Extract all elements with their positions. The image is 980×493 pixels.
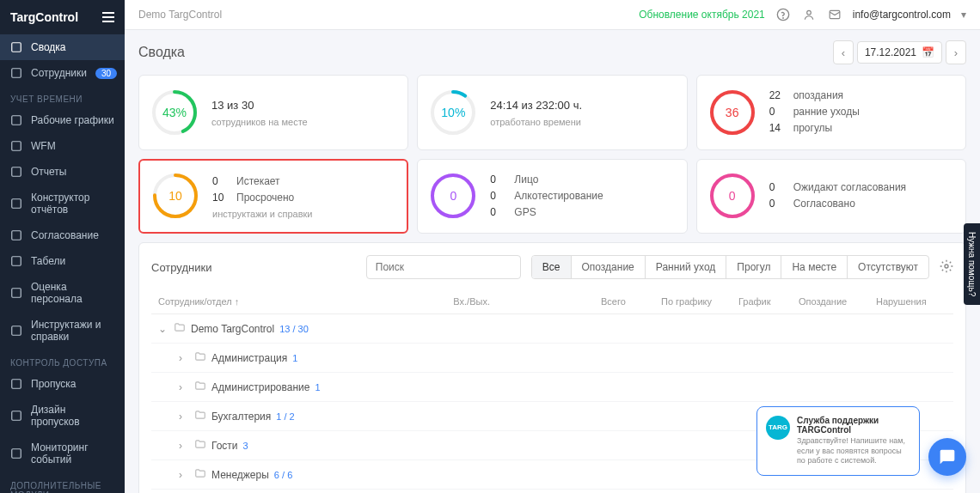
stat-label: опоздания: [793, 88, 843, 104]
svg-point-20: [806, 10, 811, 15]
filter-tab-Ранний уход[interactable]: Ранний уход: [646, 256, 727, 278]
chevron-down-icon[interactable]: ▾: [961, 9, 966, 21]
filter-tab-Опоздание[interactable]: Опоздание: [572, 256, 646, 278]
user-icon[interactable]: [801, 7, 817, 22]
progress-ring: 10%: [430, 89, 476, 136]
chat-button[interactable]: [928, 438, 966, 476]
summary-card[interactable]: 00Лицо0Алкотестирование0GPS: [417, 159, 687, 234]
tree-count: 1 / 2: [276, 411, 294, 422]
col-employee[interactable]: Сотрудник/отдел ↑: [151, 296, 453, 307]
tree-toggle-icon[interactable]: ›: [179, 411, 189, 423]
nav-label: WFM: [31, 140, 56, 152]
summary-card[interactable]: 43%13 из 30сотрудников на месте: [138, 75, 408, 150]
ring-value: 10: [152, 173, 199, 219]
settings-icon[interactable]: [940, 259, 953, 276]
svg-rect-6: [12, 231, 21, 240]
tree-toggle-icon[interactable]: ›: [179, 440, 189, 452]
stat-number: 0: [769, 180, 787, 196]
chat-popup[interactable]: TARG Служба поддержки TARGControl Здравс…: [756, 406, 920, 476]
summary-card[interactable]: 10%24:14 из 232:00 ч.отработано времени: [417, 75, 687, 150]
sidebar-item-Сводка[interactable]: Сводка: [0, 34, 125, 60]
gauge-icon: [10, 41, 22, 53]
sidebar-item-Сотрудники[interactable]: Сотрудники30: [0, 60, 125, 86]
stat-label: 13 из 30: [211, 97, 254, 115]
sidebar-item-WFM[interactable]: WFM: [0, 133, 125, 159]
tree-label: Администрирование: [211, 381, 309, 393]
tree-label: Менеджеры: [211, 469, 269, 481]
card-subtitle: отработано времени: [490, 117, 674, 127]
summary-card[interactable]: 3622опоздания0ранние уходы14прогулы: [696, 75, 966, 150]
filter-tab-Отсутствуют[interactable]: Отсутствуют: [848, 256, 928, 278]
nav-label: Рабочие графики: [31, 114, 114, 126]
filter-tab-На месте[interactable]: На месте: [781, 256, 848, 278]
svg-rect-7: [12, 257, 21, 266]
menu-toggle-icon[interactable]: [102, 12, 114, 22]
sidebar-item-Мониторинг событий[interactable]: Мониторинг событий: [0, 435, 125, 472]
sidebar-item-Инструктажи и справки[interactable]: Инструктажи и справки: [0, 312, 125, 350]
sidebar-item-Табели[interactable]: Табели: [0, 248, 125, 274]
users-icon: [10, 67, 22, 79]
stat-number: 22: [769, 88, 787, 104]
nav-label: Мониторинг событий: [31, 441, 114, 466]
tree-row[interactable]: ›Производство2 / 3: [151, 490, 953, 493]
stat-label: Лицо: [514, 172, 538, 188]
col-violations: Нарушения: [876, 296, 953, 307]
stat-label: прогулы: [793, 120, 833, 137]
tree-label: Гости: [211, 440, 238, 452]
user-email[interactable]: info@targcontrol.com: [853, 9, 951, 21]
mail-icon: [827, 7, 842, 22]
svg-rect-11: [12, 411, 21, 421]
sidebar-item-Отчеты[interactable]: Отчеты: [0, 159, 125, 185]
nav-label: Табели: [31, 255, 65, 267]
help-tab[interactable]: Нужна помощь?: [964, 223, 980, 305]
nav-label: Сотрудники: [31, 67, 87, 79]
sidebar-item-Дизайн пропусков[interactable]: Дизайн пропусков: [0, 397, 125, 435]
stat-label: Согласовано: [793, 196, 855, 212]
date-prev-button[interactable]: ‹: [833, 40, 854, 64]
tree-toggle-icon[interactable]: ⌄: [158, 323, 168, 335]
progress-ring: 0: [430, 173, 476, 219]
tree-toggle-icon[interactable]: ›: [179, 352, 189, 364]
stat-number: 0: [490, 172, 507, 188]
filter-tab-Все[interactable]: Все: [532, 256, 572, 278]
filter-tab-Прогул[interactable]: Прогул: [726, 256, 781, 278]
svg-rect-12: [12, 449, 21, 459]
sidebar-item-Согласование[interactable]: Согласование: [0, 222, 125, 248]
stat-label: Истекает: [236, 173, 280, 190]
summary-card[interactable]: 100Истекает10Просроченоинструктажи и спр…: [138, 159, 408, 234]
page-title: Сводка: [138, 45, 185, 60]
sidebar-item-Пропуска[interactable]: Пропуска: [0, 371, 125, 397]
sidebar-item-Рабочие графики[interactable]: Рабочие графики: [0, 107, 125, 133]
stat-number: 0: [769, 104, 787, 120]
stat-label: 24:14 из 232:00 ч.: [490, 97, 582, 115]
col-inout: Вх./Вых.: [453, 296, 601, 307]
date-next-button[interactable]: ›: [946, 40, 966, 64]
tree-row[interactable]: ›Администрация1: [151, 344, 953, 373]
stat-number: 0: [490, 188, 507, 204]
sidebar-item-Оценка персонала[interactable]: Оценка персонала: [0, 274, 125, 312]
stat-label: GPS: [514, 204, 536, 221]
tree-toggle-icon[interactable]: ›: [179, 469, 189, 481]
tree-row[interactable]: ⌄Demo TargControl13 / 30: [151, 314, 953, 344]
date-display[interactable]: 17.12.2021 📅: [857, 41, 942, 64]
stat-number: 10: [212, 190, 230, 206]
update-notice[interactable]: Обновление октябрь 2021: [639, 9, 765, 21]
summary-card[interactable]: 00Ожидают согласования0Согласовано: [696, 159, 966, 234]
tree-count: 1: [292, 353, 297, 363]
tree-count: 6 / 6: [274, 470, 292, 480]
tree-row[interactable]: ›Администрирование1: [151, 373, 953, 402]
tree-toggle-icon[interactable]: ›: [179, 381, 189, 393]
nav-label: Конструктор отчётов: [31, 192, 114, 216]
nav-section-title: ДОПОЛНИТЕЛЬНЫЕ МОДУЛИ: [0, 472, 125, 493]
tree-count: 1: [315, 382, 320, 393]
check-icon: [10, 229, 22, 241]
filter-tabs: ВсеОпозданиеРанний уходПрогулНа местеОтс…: [531, 255, 929, 279]
company-name: Demo TargControl: [138, 9, 222, 21]
search-input[interactable]: [366, 255, 521, 279]
chart-icon: [10, 166, 22, 178]
help-icon[interactable]: [775, 7, 791, 22]
progress-ring: 0: [709, 173, 756, 219]
star-icon: [10, 287, 22, 299]
sidebar-item-Конструктор отчётов[interactable]: Конструктор отчётов: [0, 185, 125, 222]
design-icon: [10, 410, 22, 422]
